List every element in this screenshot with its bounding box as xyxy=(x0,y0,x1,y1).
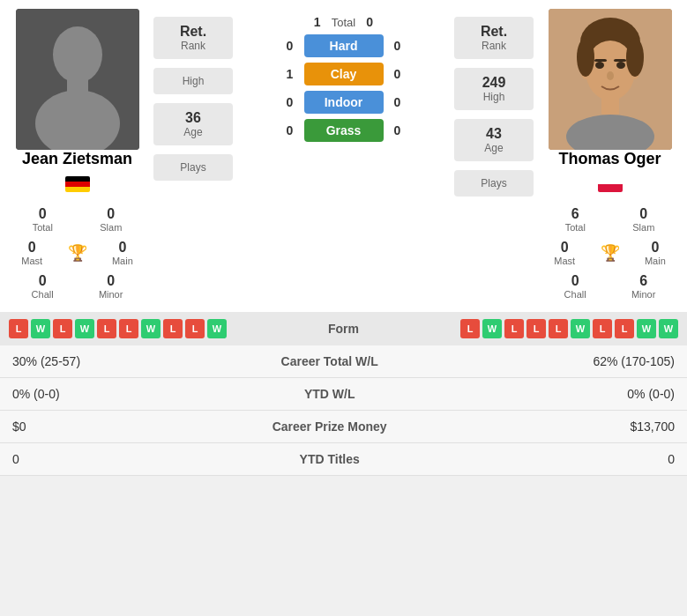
h2h-clay-row: 1 Clay 0 xyxy=(241,63,446,85)
h2h-indoor-right: 0 xyxy=(391,95,405,109)
svg-rect-14 xyxy=(601,97,619,115)
left-slam-value: 0 xyxy=(107,206,115,222)
form-badge-w: W xyxy=(31,319,50,338)
svg-point-10 xyxy=(616,62,625,69)
right-player-column: Thomas Oger 6 Total 0 Slam xyxy=(541,9,678,303)
form-badge-w: W xyxy=(659,319,678,338)
left-player-flag xyxy=(65,176,90,196)
right-high-box: 249 High xyxy=(454,68,534,110)
stat-left-2: $0 xyxy=(0,410,188,442)
hard-surface-button[interactable]: Hard xyxy=(304,34,384,57)
stat-label-2: Career Prize Money xyxy=(188,410,471,442)
right-plays-label: Plays xyxy=(465,177,523,189)
left-age-label: Age xyxy=(164,126,222,138)
right-total-label: Total xyxy=(565,222,586,233)
form-badge-l: L xyxy=(615,319,634,338)
left-stats-row-1: 0 Total 0 Slam xyxy=(9,206,146,233)
left-form-badges: LWLWLLWLLW xyxy=(9,319,227,338)
left-stats-row-2: 0 Mast 🏆 0 Main xyxy=(9,240,146,266)
h2h-total-label: Total xyxy=(332,16,355,29)
right-slam-stat: 0 Slam xyxy=(632,206,654,233)
form-badge-l: L xyxy=(460,319,480,338)
stat-right-1: 0% (0-0) xyxy=(471,377,687,410)
stats-row-0: 30% (25-57) Career Total W/L 62% (170-10… xyxy=(0,345,687,378)
h2h-indoor-row: 0 Indoor 0 xyxy=(241,91,446,114)
left-trophy-icon: 🏆 xyxy=(68,243,87,263)
right-player-flag xyxy=(598,176,623,196)
left-mast-stat: 0 Mast xyxy=(21,240,42,266)
right-total-stat: 6 Total xyxy=(565,206,586,233)
form-badge-l: L xyxy=(593,319,612,338)
form-badge-w: W xyxy=(571,319,590,338)
right-high-value: 249 xyxy=(465,75,523,91)
svg-rect-3 xyxy=(67,78,88,93)
left-mast-label: Mast xyxy=(21,256,42,266)
right-player-stats: 6 Total 0 Slam 0 Mast 🏆 0 xyxy=(541,203,678,303)
form-badge-l: L xyxy=(504,319,524,338)
right-age-value: 43 xyxy=(465,126,523,142)
right-total-value: 6 xyxy=(571,206,579,222)
right-plays-box: Plays xyxy=(454,170,534,197)
left-rank-box: Ret. Rank xyxy=(153,17,233,59)
player-comparison: Jean Zietsman 0 Total 0 Slam xyxy=(0,0,687,312)
stat-left-3: 0 xyxy=(0,442,188,475)
right-stats-row-1: 6 Total 0 Slam xyxy=(541,206,678,233)
form-badge-l: L xyxy=(53,319,72,338)
left-player-stats: 0 Total 0 Slam 0 Mast 🏆 0 xyxy=(9,203,146,303)
h2h-grass-left: 0 xyxy=(283,123,297,137)
svg-point-9 xyxy=(595,62,604,69)
right-minor-stat: 6 Minor xyxy=(631,273,656,300)
indoor-surface-button[interactable]: Indoor xyxy=(304,91,384,114)
right-slam-value: 0 xyxy=(639,206,647,222)
right-chall-value: 0 xyxy=(571,273,579,289)
right-minor-value: 6 xyxy=(639,273,647,289)
form-badge-w: W xyxy=(207,319,227,338)
form-badge-w: W xyxy=(75,319,94,338)
left-stats-row-3: 0 Chall 0 Minor xyxy=(9,273,146,300)
form-badge-w: W xyxy=(482,319,502,338)
right-form-badges: LWLLLWLLWW xyxy=(460,319,678,338)
left-main-value: 0 xyxy=(118,240,126,256)
right-chall-label: Chall xyxy=(564,289,586,300)
left-plays-label: Plays xyxy=(164,161,222,174)
clay-surface-button[interactable]: Clay xyxy=(304,63,384,85)
form-section: LWLWLLWLLW Form LWLLLWLLWW xyxy=(0,312,687,345)
right-rank-box: Ret. Rank xyxy=(454,17,534,59)
left-mast-value: 0 xyxy=(28,240,36,256)
left-slam-stat: 0 Slam xyxy=(100,206,122,233)
grass-surface-button[interactable]: Grass xyxy=(304,119,384,142)
right-main-value: 0 xyxy=(651,240,659,256)
h2h-total-left: 1 xyxy=(310,15,325,29)
h2h-clay-right: 0 xyxy=(391,67,405,81)
left-minor-label: Minor xyxy=(99,289,123,300)
svg-point-16 xyxy=(577,38,594,77)
form-badge-l: L xyxy=(97,319,116,338)
form-badge-l: L xyxy=(549,319,568,338)
left-plays-box: Plays xyxy=(153,154,233,181)
form-badge-w: W xyxy=(637,319,656,338)
svg-point-17 xyxy=(626,38,644,77)
center-column: Ret. Rank High 36 Age Plays xyxy=(149,9,538,303)
h2h-hard-left: 0 xyxy=(283,39,297,53)
right-trophy-icon: 🏆 xyxy=(601,243,620,263)
svg-rect-12 xyxy=(614,59,626,62)
left-slam-label: Slam xyxy=(100,222,122,233)
stat-label-1: YTD W/L xyxy=(188,377,471,410)
right-player-photo xyxy=(549,9,672,150)
left-age-box: 36 Age xyxy=(153,103,233,145)
right-chall-stat: 0 Chall xyxy=(564,273,586,300)
left-chall-label: Chall xyxy=(32,289,54,300)
left-minor-stat: 0 Minor xyxy=(99,273,123,300)
right-rank-label: Rank xyxy=(465,40,523,52)
stat-left-0: 30% (25-57) xyxy=(0,345,188,378)
left-rank-label: Rank xyxy=(164,40,222,52)
right-mast-stat: 0 Mast xyxy=(554,240,575,266)
right-minor-label: Minor xyxy=(631,289,656,300)
left-total-value: 0 xyxy=(39,206,47,222)
right-age-label: Age xyxy=(465,142,523,154)
left-minor-value: 0 xyxy=(107,273,115,289)
svg-point-13 xyxy=(607,71,614,80)
form-badge-l: L xyxy=(9,319,28,338)
left-high-box: High xyxy=(153,68,233,94)
right-rank-value: Ret. xyxy=(465,24,523,40)
